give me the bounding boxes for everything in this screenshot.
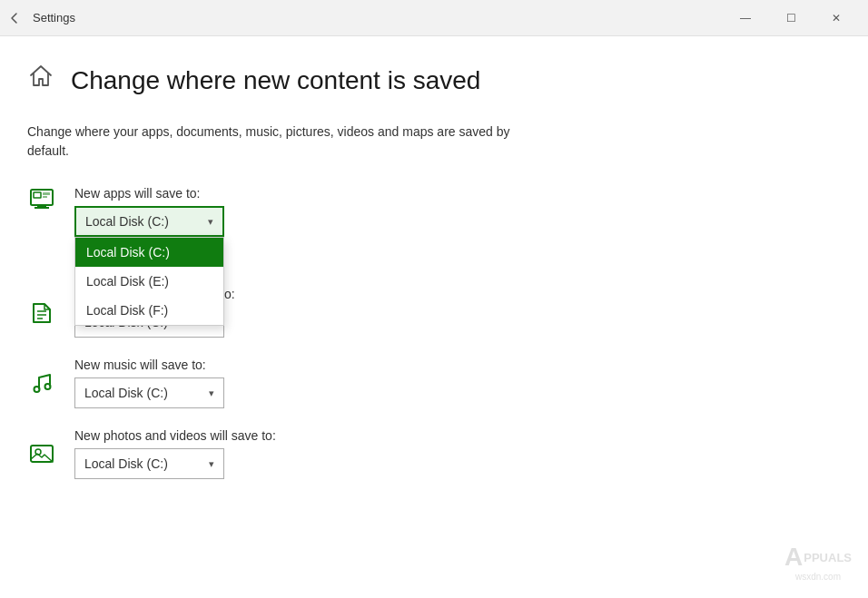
apps-option-e[interactable]: Local Disk (E:) <box>75 267 223 296</box>
watermark: A PPUALS wsxdn.com <box>784 543 852 582</box>
photos-icon <box>27 441 56 466</box>
apps-section-row: New apps will save to: Local Disk (C:) ▾… <box>27 186 832 237</box>
svg-point-9 <box>35 387 40 392</box>
apps-option-c[interactable]: Local Disk (C:) <box>75 238 223 267</box>
main-content: Change where new content is saved Change… <box>0 36 868 598</box>
svg-rect-3 <box>34 192 41 198</box>
apps-label: New apps will save to: <box>74 186 224 201</box>
photos-dropdown[interactable]: Local Disk (C:) ▾ <box>74 448 224 479</box>
photos-dropdown-value: Local Disk (C:) <box>84 456 168 471</box>
watermark-logo: A <box>784 543 801 572</box>
apps-dropdown-container: Local Disk (C:) ▾ Local Disk (C:) Local … <box>74 206 224 237</box>
apps-dropdown[interactable]: Local Disk (C:) ▾ <box>74 206 224 237</box>
window-title: Settings <box>33 11 75 25</box>
page-description: Change where your apps, documents, music… <box>27 123 536 161</box>
maximize-button[interactable]: ☐ <box>770 4 812 33</box>
home-icon <box>27 64 54 97</box>
music-section-row: New music will save to: Local Disk (C:) … <box>27 358 832 408</box>
music-dropdown-arrow: ▾ <box>209 387 214 399</box>
svg-point-10 <box>45 384 51 389</box>
apps-dropdown-value: Local Disk (C:) <box>85 214 169 229</box>
title-bar-left: Settings <box>7 11 75 25</box>
documents-icon <box>27 299 56 325</box>
title-bar: Settings — ☐ ✕ <box>0 0 868 36</box>
apps-dropdown-popup: Local Disk (C:) Local Disk (E:) Local Di… <box>74 237 224 326</box>
photos-dropdown-arrow: ▾ <box>209 458 214 470</box>
watermark-domain: wsxdn.com <box>795 572 841 582</box>
apps-dropdown-arrow: ▾ <box>208 216 213 228</box>
svg-rect-5 <box>43 196 47 198</box>
page-header: Change where new content is saved <box>27 64 832 97</box>
apps-section-content: New apps will save to: Local Disk (C:) ▾… <box>74 186 224 237</box>
svg-rect-4 <box>43 192 50 195</box>
apps-option-f[interactable]: Local Disk (F:) <box>75 296 223 325</box>
minimize-button[interactable]: — <box>725 4 766 33</box>
music-icon <box>27 370 56 396</box>
music-label: New music will save to: <box>74 358 224 372</box>
music-section-content: New music will save to: Local Disk (C:) … <box>74 358 224 408</box>
photos-section-content: New photos and videos will save to: Loca… <box>74 428 276 479</box>
window-controls: — ☐ ✕ <box>725 4 857 33</box>
photos-section-row: New photos and videos will save to: Loca… <box>27 428 832 479</box>
page-title: Change where new content is saved <box>71 66 480 95</box>
music-dropdown-value: Local Disk (C:) <box>84 386 168 400</box>
watermark-ppuals: PPUALS <box>804 551 852 564</box>
apps-icon <box>27 186 56 211</box>
photos-label: New photos and videos will save to: <box>74 428 276 443</box>
music-dropdown[interactable]: Local Disk (C:) ▾ <box>74 377 224 408</box>
back-button[interactable] <box>7 11 22 25</box>
close-button[interactable]: ✕ <box>815 4 857 33</box>
